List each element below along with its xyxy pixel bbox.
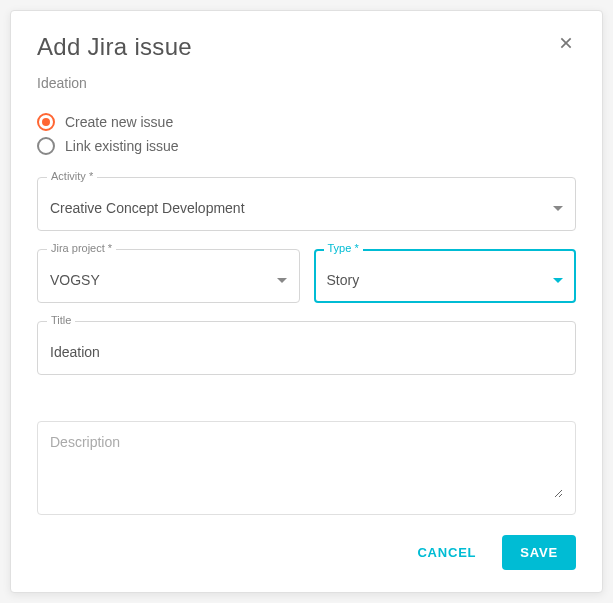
dialog-title: Add Jira issue	[37, 33, 192, 61]
title-field[interactable]: Title	[37, 321, 576, 401]
radio-create-new-issue[interactable]: Create new issue	[37, 113, 576, 131]
field-label: Title	[47, 314, 75, 326]
radio-label: Create new issue	[65, 114, 173, 130]
chevron-down-icon	[277, 278, 287, 283]
radio-link-existing-issue[interactable]: Link existing issue	[37, 137, 576, 155]
field-label: Activity *	[47, 170, 97, 182]
jira-project-field[interactable]: Jira project * VOGSY	[37, 249, 300, 303]
issue-mode-radio-group: Create new issue Link existing issue	[37, 113, 576, 161]
field-label: Jira project *	[47, 242, 116, 254]
add-jira-issue-dialog: Add Jira issue Ideation Create new issue…	[10, 10, 603, 593]
activity-value: Creative Concept Development	[50, 200, 245, 216]
activity-field[interactable]: Activity * Creative Concept Development	[37, 177, 576, 231]
radio-selected-icon	[37, 113, 55, 131]
chevron-down-icon	[553, 206, 563, 211]
description-textarea[interactable]	[50, 434, 563, 498]
field-label: Type *	[324, 242, 363, 254]
radio-label: Link existing issue	[65, 138, 179, 154]
dialog-header: Add Jira issue	[37, 33, 576, 61]
dialog-actions: CANCEL SAVE	[37, 535, 576, 570]
radio-unselected-icon	[37, 137, 55, 155]
type-value: Story	[327, 272, 360, 288]
chevron-down-icon	[553, 278, 563, 283]
close-icon	[558, 35, 574, 51]
dialog-subtitle: Ideation	[37, 75, 576, 91]
type-field[interactable]: Type * Story	[314, 249, 577, 303]
description-field[interactable]	[37, 421, 576, 515]
save-button[interactable]: SAVE	[502, 535, 576, 570]
close-button[interactable]	[556, 33, 576, 53]
jira-project-value: VOGSY	[50, 272, 100, 288]
title-input[interactable]	[50, 344, 563, 360]
cancel-button[interactable]: CANCEL	[399, 535, 494, 570]
